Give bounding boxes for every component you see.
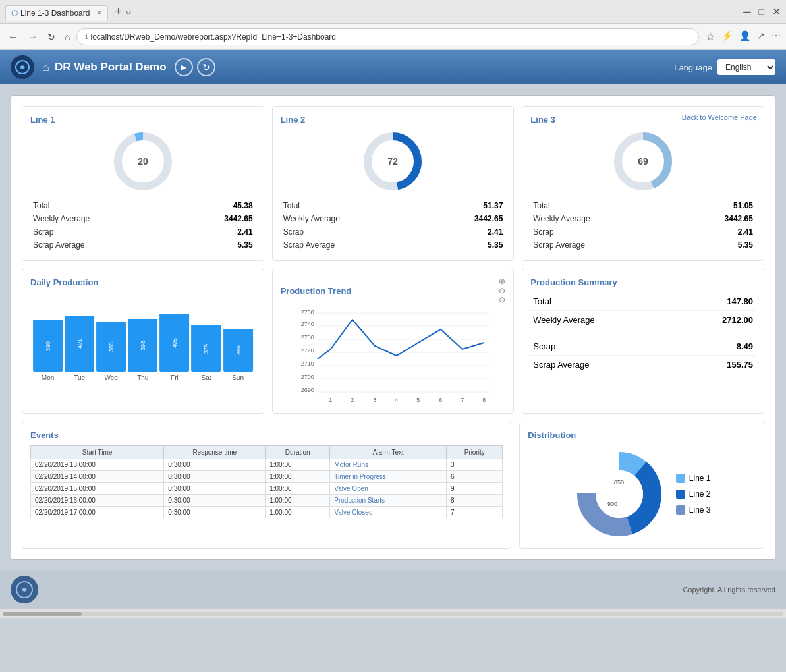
app-header: ⌂ DR Web Portal Demo ▶ ↻ Language Englis… [0, 50, 786, 84]
app-home-icon[interactable]: ⌂ [42, 61, 49, 74]
line2-total-value: 51.37 [428, 200, 505, 211]
distribution-legend: Line 1 Line 2 Line 3 [676, 474, 711, 515]
tab-close[interactable]: ✕ [96, 9, 102, 17]
bar-label-sun: Sun [223, 374, 253, 381]
svg-text:2740: 2740 [300, 321, 314, 327]
event-cell-priority: 7 [447, 507, 503, 518]
close-button[interactable]: ✕ [772, 5, 781, 18]
bottom-row: Events Start Time Response time Duration… [22, 422, 764, 549]
col-priority: Priority [447, 446, 503, 459]
scrollbar-thumb[interactable] [3, 612, 82, 616]
line2-scrap-avg-label: Scrap Average [282, 239, 427, 251]
minimize-button[interactable]: ─ [743, 5, 750, 18]
zoom-out-icon[interactable]: ⊖ [499, 287, 505, 294]
line2-scrap-avg-value: 5.35 [428, 239, 505, 251]
event-cell-duration: 1:00:00 [266, 495, 330, 507]
profile-icon[interactable]: 👤 [739, 30, 750, 43]
col-duration: Duration [266, 446, 330, 459]
summary-weekly-value: 2712.00 [722, 315, 753, 325]
line-cards-row: Line 1 20 Total45.38 Weekly Average3442.… [22, 106, 764, 261]
line2-weekly-label: Weekly Average [282, 213, 427, 225]
bar-label-fri: Fri [159, 374, 189, 381]
summary-total-row: Total 147.80 [530, 293, 756, 311]
tab-arrow-right[interactable]: › [128, 7, 131, 16]
line3-card: Line 3 Back to Welcome Page 69 Total51.0… [522, 106, 764, 261]
summary-scrap-label: Scrap [533, 341, 555, 351]
language-label: Language [674, 63, 712, 72]
line3-scrap-avg-value: 5.35 [678, 239, 754, 251]
logo-icon [14, 59, 30, 75]
bar-group-thu: 398 [128, 319, 157, 372]
back-to-welcome-link[interactable]: Back to Welcome Page [682, 113, 757, 121]
table-row: 02/20/2019 16:00:000:30:001:00:00Product… [31, 495, 503, 507]
scrollbar-track[interactable] [3, 612, 783, 616]
share-icon[interactable]: ↗ [757, 30, 765, 43]
bar-wed: 385 [96, 322, 126, 372]
bar-thu: 398 [128, 319, 157, 372]
line1-scrap-label: Scrap [32, 226, 177, 238]
line2-donut: 72 [281, 128, 506, 194]
line3-weekly-label: Weekly Average [532, 213, 677, 225]
line1-card: Line 1 20 Total45.38 Weekly Average3442.… [22, 106, 264, 261]
distribution-card: Distribution 900 850 [519, 422, 764, 549]
svg-text:2710: 2710 [300, 360, 314, 367]
language-select[interactable]: English [717, 59, 775, 75]
zoom-in-icon[interactable]: ⊕ [499, 277, 505, 285]
event-cell-priority: 9 [447, 483, 503, 495]
legend-line3-color [676, 505, 685, 515]
bookmark-star-icon[interactable]: ☆ [706, 30, 715, 43]
bar-mon: 390 [33, 320, 63, 372]
event-cell-alarm: Motor Runs [330, 459, 447, 471]
svg-text:2700: 2700 [300, 374, 314, 380]
line2-scrap-label: Scrap [282, 226, 427, 238]
svg-text:2720: 2720 [300, 347, 314, 354]
svg-text:5: 5 [416, 397, 420, 403]
line3-scrap-label: Scrap [532, 226, 677, 238]
bar-fri: 405 [159, 314, 189, 372]
bar-label-sat: Sat [191, 374, 221, 381]
reload-button[interactable]: ↻ [45, 29, 58, 45]
event-cell-response: 0:30:00 [164, 459, 266, 471]
summary-scrap-value: 8.49 [737, 341, 753, 351]
legend-line3-label: Line 3 [689, 505, 711, 515]
svg-text:1: 1 [329, 397, 332, 403]
production-summary-title: Production Summary [530, 277, 756, 287]
menu-icon[interactable]: ⋯ [772, 30, 781, 43]
line2-weekly-value: 3442.65 [428, 213, 505, 225]
charts-row: Daily Production 390 401 385 398 [22, 269, 764, 414]
url-text: localhost/DRweb_Demo/webreport.aspx?RepI… [90, 32, 336, 42]
event-cell-start: 02/20/2019 15:00:00 [31, 483, 164, 495]
back-button[interactable]: ← [5, 28, 21, 45]
bar-labels: Mon Tue Wed Thu Fri Sat Sun [30, 374, 256, 381]
event-cell-alarm: Valve Open [330, 483, 447, 495]
event-cell-alarm: Valve Closed [330, 507, 447, 518]
dashboard-container: Line 1 20 Total45.38 Weekly Average3442.… [11, 95, 775, 560]
maximize-button[interactable]: □ [759, 5, 764, 18]
line3-total-value: 51.05 [678, 200, 754, 211]
table-row: 02/20/2019 15:00:000:30:001:00:00Valve O… [31, 483, 503, 495]
daily-production-title: Daily Production [30, 277, 256, 287]
play-button[interactable]: ▶ [175, 58, 193, 76]
table-row: 02/20/2019 13:00:000:30:001:00:00Motor R… [31, 459, 503, 471]
forward-button[interactable]: → [25, 28, 41, 45]
production-summary-card: Production Summary Total 147.80 Weekly A… [522, 269, 764, 414]
distribution-donut-svg: 900 850 [573, 448, 665, 540]
browser-scrollbar[interactable] [0, 609, 786, 618]
legend-line1-label: Line 1 [689, 474, 711, 483]
svg-text:6: 6 [439, 397, 442, 403]
col-response-time: Response time [164, 446, 266, 459]
legend-line2-label: Line 2 [689, 490, 711, 499]
event-cell-duration: 1:00:00 [266, 459, 330, 471]
line3-metrics: Total51.05 Weekly Average3442.65 Scrap2.… [530, 198, 756, 252]
col-start-time: Start Time [31, 446, 164, 459]
extensions-icon[interactable]: ⚡ [721, 30, 733, 43]
address-bar[interactable]: ℹ localhost/DRweb_Demo/webreport.aspx?Re… [76, 28, 699, 45]
refresh-button[interactable]: ↻ [197, 58, 215, 76]
summary-scrap-row: Scrap 8.49 [530, 337, 756, 356]
zoom-reset-icon[interactable]: ⊙ [499, 296, 505, 304]
home-button[interactable]: ⌂ [62, 29, 72, 45]
legend-line3: Line 3 [676, 505, 711, 515]
legend-line1: Line 1 [676, 474, 711, 483]
event-cell-response: 0:30:00 [164, 471, 266, 483]
new-tab-button[interactable]: + [111, 5, 126, 18]
